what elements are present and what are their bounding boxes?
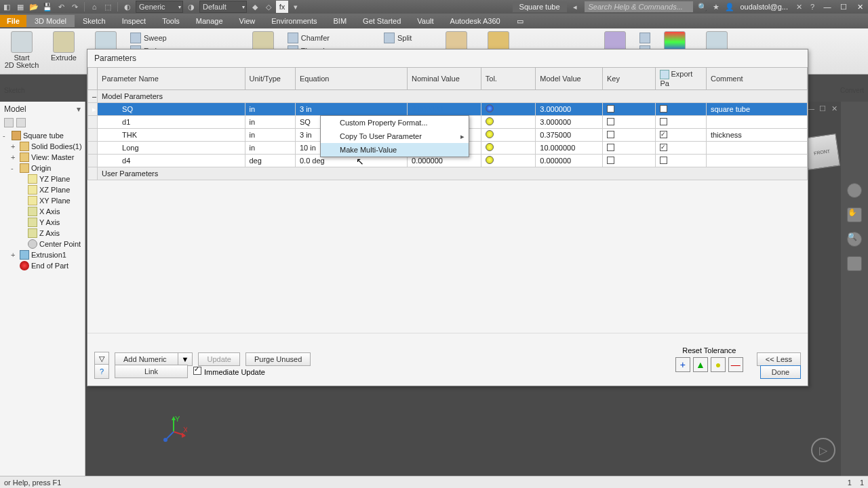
col-equation[interactable]: Equation [295, 68, 407, 90]
play-overlay-icon[interactable]: ▷ [811, 438, 835, 462]
key-checkbox[interactable] [607, 118, 614, 125]
col-nominal-value[interactable]: Nominal Value [408, 68, 481, 90]
split-button[interactable]: Split [384, 33, 412, 43]
help-button[interactable]: ? [94, 364, 109, 379]
export-checkbox[interactable] [660, 118, 667, 125]
search-icon[interactable]: 🔍 [696, 1, 709, 13]
key-checkbox[interactable] [607, 157, 614, 164]
user-label[interactable]: oudalstol@g... [741, 3, 789, 11]
tree-item[interactable]: Z Axis [1, 228, 83, 239]
appearance-icon[interactable]: ◑ [185, 1, 197, 13]
col-export[interactable]: Export Pa [656, 68, 706, 90]
pan-icon[interactable]: ✋ [847, 207, 862, 222]
tree-item[interactable]: YZ Plane [1, 174, 83, 184]
tab-get-started[interactable]: Get Started [355, 15, 409, 27]
appearance-dropdown[interactable]: Default [199, 1, 247, 13]
key-checkbox[interactable] [607, 105, 614, 113]
key-checkbox[interactable] [607, 131, 614, 138]
redo-icon[interactable]: ↷ [68, 1, 81, 13]
app-menu-icon[interactable]: ◧ [1, 1, 13, 13]
col-parameter-name[interactable]: Parameter Name [98, 68, 245, 90]
tree-item[interactable]: -Square tube [1, 130, 83, 141]
select-icon[interactable]: ⬚ [102, 1, 114, 13]
tab-extra-icon[interactable]: ▭ [509, 15, 532, 28]
ctx-make-multi-value[interactable]: Make Multi-Value [321, 143, 469, 157]
vp-close-icon[interactable]: ✕ [831, 104, 841, 114]
tol-plus-button[interactable]: + [675, 357, 690, 372]
tree-item[interactable]: XY Plane [1, 195, 83, 206]
new-icon[interactable]: ▦ [14, 1, 26, 13]
tab-view[interactable]: View [231, 15, 264, 27]
zoom-icon[interactable]: 🔍 [847, 232, 862, 247]
tolerance-icon[interactable] [486, 156, 494, 164]
tree-item[interactable]: +Solid Bodies(1) [1, 141, 83, 152]
chamfer-button[interactable]: Chamfer [288, 33, 330, 43]
tolerance-icon[interactable] [486, 130, 494, 138]
tab-bim[interactable]: BIM [326, 15, 355, 27]
material-dropdown[interactable]: Generic [136, 1, 183, 13]
tolerance-icon[interactable] [486, 104, 494, 113]
tree-item[interactable]: +View: Master [1, 152, 83, 163]
tree-item[interactable]: Center Point [1, 239, 83, 249]
tolerance-icon[interactable] [486, 143, 494, 151]
open-icon[interactable]: 📂 [28, 1, 40, 13]
tol-nominal-button[interactable]: ● [711, 357, 726, 372]
tolerance-icon[interactable] [486, 117, 494, 125]
group-row[interactable]: User Parameters [88, 167, 808, 180]
tree-item[interactable]: XZ Plane [1, 184, 83, 195]
less-button[interactable]: << Less [757, 352, 801, 366]
undo-icon[interactable]: ↶ [55, 1, 67, 13]
model-browser-header[interactable]: Model [0, 102, 85, 117]
orbit-icon[interactable] [847, 183, 862, 198]
tol-up-button[interactable]: ▲ [693, 357, 708, 372]
tab-tools[interactable]: Tools [154, 15, 188, 27]
filter-icon[interactable] [4, 118, 14, 127]
group-row[interactable]: –Model Parameters [88, 90, 808, 103]
lookat-icon[interactable] [847, 256, 862, 271]
col-comment[interactable]: Comment [706, 68, 807, 90]
ctx-custom-property-format[interactable]: Custom Property Format... [321, 116, 469, 129]
signin-icon[interactable]: ★ [710, 1, 722, 13]
vp-minimize-icon[interactable]: — [807, 104, 816, 114]
minimize-icon[interactable]: — [819, 3, 835, 12]
view-cube[interactable]: FRONT [804, 134, 840, 170]
tab-environments[interactable]: Environments [263, 15, 325, 27]
export-checkbox[interactable] [660, 131, 667, 138]
ctx-copy-to-user-parameter[interactable]: Copy To User Parameter [321, 129, 469, 143]
tree-item[interactable]: Y Axis [1, 217, 83, 228]
search-input[interactable]: Search Help & Commands... [585, 1, 693, 12]
search-back-icon[interactable]: ◂ [569, 1, 581, 13]
sweep-button[interactable]: Sweep [130, 33, 171, 43]
document-tab[interactable]: Square tube [513, 1, 567, 12]
tol-minus-button[interactable]: — [728, 357, 743, 372]
tree-item[interactable]: End of Part [1, 260, 83, 271]
key-checkbox[interactable] [607, 144, 614, 151]
immediate-update-checkbox[interactable]: Immediate Update [193, 367, 265, 376]
tool2-icon[interactable]: ◇ [262, 1, 275, 13]
export-checkbox[interactable] [660, 105, 667, 113]
export-checkbox[interactable] [660, 157, 667, 164]
maximize-icon[interactable]: ☐ [835, 3, 852, 12]
tab-a360[interactable]: Autodesk A360 [442, 15, 509, 27]
tab-inspect[interactable]: Inspect [114, 15, 154, 27]
extrude-button[interactable]: Extrude [46, 31, 81, 62]
browser-opts-icon[interactable] [16, 118, 26, 127]
file-menu[interactable]: File [0, 15, 26, 27]
tree-item[interactable]: -Origin [1, 163, 83, 174]
col-unit-type[interactable]: Unit/Type [245, 68, 295, 90]
tree-item[interactable]: +Extrusion1 [1, 249, 83, 260]
fx-icon[interactable]: fx [276, 1, 288, 13]
cloud-icon[interactable]: ✕ [793, 1, 805, 13]
tool3-icon[interactable]: ▾ [290, 1, 302, 13]
col-key[interactable]: Key [602, 68, 656, 90]
user-icon[interactable]: 👤 [724, 1, 736, 13]
link-button[interactable]: Link [115, 365, 188, 378]
parameter-row[interactable]: ▸ SQ in 3 in 3.000000 3.000000 square tu… [88, 103, 808, 116]
tiny1-icon[interactable] [639, 33, 650, 43]
home-icon[interactable]: ⌂ [88, 1, 100, 13]
vp-restore-icon[interactable]: ☐ [819, 104, 829, 114]
tab-vault[interactable]: Vault [409, 15, 441, 27]
tool-icon[interactable]: ◆ [249, 1, 261, 13]
save-icon[interactable]: 💾 [41, 1, 54, 13]
tree-item[interactable]: X Axis [1, 206, 83, 217]
